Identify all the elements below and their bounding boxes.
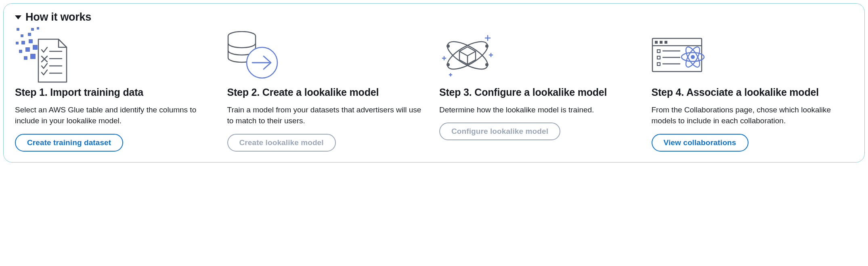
svg-rect-28 <box>655 41 658 44</box>
svg-rect-8 <box>19 50 22 53</box>
create-training-dataset-button[interactable]: Create training dataset <box>15 134 123 152</box>
step-3-desc: Determine how the lookalike model is tra… <box>439 104 594 116</box>
svg-rect-3 <box>21 34 23 37</box>
document-import-icon <box>15 27 67 84</box>
svg-rect-12 <box>30 54 36 59</box>
svg-rect-29 <box>660 41 663 44</box>
view-collaborations-button[interactable]: View collaborations <box>652 134 748 152</box>
step-2-desc: Train a model from your datasets that ad… <box>227 104 429 127</box>
svg-point-23 <box>485 63 489 66</box>
step-4-desc: From the Collaborations page, chose whic… <box>652 104 853 127</box>
svg-point-24 <box>485 44 489 48</box>
configure-lookalike-model-button: Configure lookalike model <box>439 122 560 140</box>
steps-grid: Step 1. Import training data Select an A… <box>15 26 853 152</box>
svg-rect-9 <box>25 47 30 52</box>
step-1-desc: Select an AWS Glue table and identify th… <box>15 104 217 127</box>
step-4-title: Step 4. Associate a lookalike model <box>652 86 819 99</box>
how-it-works-panel: How it works <box>3 3 865 163</box>
collaboration-window-icon <box>652 38 708 73</box>
caret-down-icon <box>15 15 21 19</box>
svg-rect-6 <box>21 41 25 44</box>
section-header-toggle[interactable]: How it works <box>15 11 853 23</box>
step-4-illustration <box>652 26 708 84</box>
step-3-illustration <box>439 26 496 84</box>
step-2-title: Step 2. Create a lookalike model <box>227 86 379 99</box>
step-3-title: Step 3. Configure a lookalike model <box>439 86 607 99</box>
svg-rect-0 <box>17 28 19 31</box>
svg-point-25 <box>447 63 450 66</box>
svg-rect-2 <box>37 27 39 30</box>
create-lookalike-model-button: Create lookalike model <box>227 134 336 152</box>
svg-rect-11 <box>24 56 27 60</box>
step-1-illustration <box>15 26 67 84</box>
step-2-illustration <box>227 26 280 84</box>
svg-rect-7 <box>29 39 33 43</box>
svg-rect-4 <box>28 33 31 36</box>
svg-rect-30 <box>665 41 667 44</box>
svg-rect-1 <box>31 28 34 31</box>
svg-rect-10 <box>33 45 38 50</box>
step-1-title: Step 1. Import training data <box>15 86 143 99</box>
step-3: Step 3. Configure a lookalike model Dete… <box>439 26 641 140</box>
svg-rect-5 <box>16 42 19 44</box>
step-4: Step 4. Associate a lookalike model From… <box>652 26 853 152</box>
svg-point-40 <box>691 55 695 59</box>
svg-point-22 <box>447 44 450 48</box>
section-title: How it works <box>25 11 91 23</box>
step-1: Step 1. Import training data Select an A… <box>15 26 217 152</box>
model-configure-icon <box>439 33 496 78</box>
step-2: Step 2. Create a lookalike model Train a… <box>227 26 429 152</box>
database-arrow-icon <box>227 31 280 80</box>
